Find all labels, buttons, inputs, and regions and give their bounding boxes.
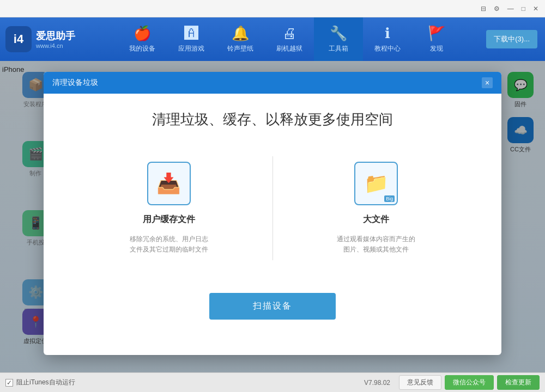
nav-label-discover: 发现 bbox=[430, 44, 443, 53]
modal-header: 清理设备垃圾 × bbox=[44, 72, 501, 94]
modal-body: 清理垃圾、缓存、以释放更多使用空间 📥 用户缓存文件 移除冗余的系统、用户日志文… bbox=[44, 94, 501, 355]
inbox-down-icon: 📥 bbox=[156, 172, 181, 195]
app-container: ⊟ ⚙ — □ ✕ i4 爱思助手 www.i4.cn 🍎 我的设备 🅰 应 bbox=[0, 0, 545, 392]
itunes-checkbox[interactable]: ✓ bbox=[5, 379, 13, 387]
option-icon-user-cache: 📥 bbox=[147, 162, 191, 205]
modal-headline: 清理垃圾、缓存、以释放更多使用空间 bbox=[152, 110, 393, 129]
modal-close-button[interactable]: × bbox=[482, 77, 493, 88]
tb-maximize[interactable]: □ bbox=[519, 4, 528, 14]
tb-icon-settings[interactable]: ⊟ bbox=[479, 4, 488, 14]
nav-label-tutorial: 教程中心 bbox=[374, 44, 401, 53]
update-button[interactable]: 检查更新 bbox=[497, 375, 540, 390]
content-area: iPhone 📦 安装程序 🎬 制作 📱 手机投 ⚙️ 屏蔽广告 💬 bbox=[0, 61, 545, 372]
nav-icon-toolbox: 🔧 bbox=[330, 25, 347, 42]
nav-label-apps: 应用游戏 bbox=[178, 44, 204, 53]
nav-icon-jailbreak: 🖨 bbox=[282, 25, 296, 42]
header: i4 爱思助手 www.i4.cn 🍎 我的设备 🅰 应用游戏 🔔 铃声壁纸 🖨 bbox=[0, 17, 545, 61]
option-desc-big-files: 通过观看媒体内容而产生的图片、视频或其他文件 bbox=[337, 234, 415, 255]
scan-button[interactable]: 扫描设备 bbox=[209, 293, 336, 320]
wechat-button[interactable]: 微信公众号 bbox=[445, 375, 494, 390]
nav-apps[interactable]: 🅰 应用游戏 bbox=[167, 17, 216, 61]
option-big-files[interactable]: 📁 Big 大文件 通过观看媒体内容而产生的图片、视频或其他文件 bbox=[273, 151, 480, 266]
nav-label-jailbreak: 刷机越狱 bbox=[276, 44, 302, 53]
nav-ringtones[interactable]: 🔔 铃声壁纸 bbox=[216, 17, 265, 61]
itunes-status: ✓ 阻止iTunes自动运行 bbox=[5, 378, 75, 387]
nav-tutorial[interactable]: ℹ 教程中心 bbox=[363, 17, 412, 61]
title-bar: ⊟ ⚙ — □ ✕ bbox=[0, 0, 545, 17]
feedback-button[interactable]: 意见反馈 bbox=[399, 375, 441, 390]
option-title-user-cache: 用户缓存文件 bbox=[143, 214, 195, 225]
nav-icon-discover: 🚩 bbox=[428, 25, 445, 42]
folder-big-icon: 📁 bbox=[364, 172, 389, 195]
option-badge-big: Big bbox=[384, 195, 395, 202]
header-right: 下载中(3)... bbox=[486, 30, 540, 48]
nav-icon-tutorial: ℹ bbox=[385, 25, 390, 42]
nav-jailbreak[interactable]: 🖨 刷机越狱 bbox=[265, 17, 314, 61]
nav-label-toolbox: 工具箱 bbox=[329, 44, 348, 53]
itunes-label: 阻止iTunes自动运行 bbox=[16, 378, 75, 387]
option-icon-big-files: 📁 Big bbox=[354, 162, 398, 205]
logo-main: 爱思助手 bbox=[36, 29, 75, 42]
option-user-cache[interactable]: 📥 用户缓存文件 移除冗余的系统、用户日志文件及其它过期的临时文件 bbox=[65, 151, 272, 266]
tb-minimize[interactable]: — bbox=[505, 4, 516, 14]
modal-title: 清理设备垃圾 bbox=[52, 78, 98, 88]
nav-label-device: 我的设备 bbox=[129, 44, 155, 53]
tb-close[interactable]: ✕ bbox=[531, 4, 541, 14]
modal-clean-device: 清理设备垃圾 × 清理垃圾、缓存、以释放更多使用空间 📥 用户缓存文件 bbox=[44, 72, 501, 355]
version-label: V7.98.02 bbox=[364, 379, 390, 387]
nav-label-ringtones: 铃声壁纸 bbox=[227, 44, 253, 53]
download-button[interactable]: 下载中(3)... bbox=[486, 30, 537, 48]
nav-icon-device: 🍎 bbox=[134, 25, 151, 42]
logo-icon: i4 bbox=[5, 26, 32, 52]
title-bar-controls: ⊟ ⚙ — □ ✕ bbox=[479, 4, 541, 14]
modal-options: 📥 用户缓存文件 移除冗余的系统、用户日志文件及其它过期的临时文件 bbox=[65, 151, 480, 266]
logo-area: i4 爱思助手 www.i4.cn bbox=[5, 26, 93, 52]
logo-text: 爱思助手 www.i4.cn bbox=[36, 29, 75, 49]
status-left: ✓ 阻止iTunes自动运行 bbox=[5, 378, 75, 387]
nav-icon-ringtones: 🔔 bbox=[232, 25, 249, 42]
option-desc-user-cache: 移除冗余的系统、用户日志文件及其它过期的临时文件 bbox=[130, 234, 208, 255]
tb-icon-gear[interactable]: ⚙ bbox=[492, 4, 502, 14]
status-right: V7.98.02 意见反馈 微信公众号 检查更新 bbox=[364, 375, 540, 390]
nav-toolbox[interactable]: 🔧 工具箱 bbox=[314, 17, 363, 61]
nav-my-device[interactable]: 🍎 我的设备 bbox=[118, 17, 167, 61]
modal-overlay: 清理设备垃圾 × 清理垃圾、缓存、以释放更多使用空间 📥 用户缓存文件 bbox=[0, 61, 545, 372]
status-bar: ✓ 阻止iTunes自动运行 V7.98.02 意见反馈 微信公众号 检查更新 bbox=[0, 372, 545, 392]
logo-sub: www.i4.cn bbox=[36, 42, 75, 49]
nav-items: 🍎 我的设备 🅰 应用游戏 🔔 铃声壁纸 🖨 刷机越狱 🔧 工具箱 ℹ 教 bbox=[93, 17, 486, 61]
nav-discover[interactable]: 🚩 发现 bbox=[412, 17, 461, 61]
nav-icon-apps: 🅰 bbox=[184, 25, 198, 42]
option-title-big-files: 大文件 bbox=[363, 214, 389, 225]
